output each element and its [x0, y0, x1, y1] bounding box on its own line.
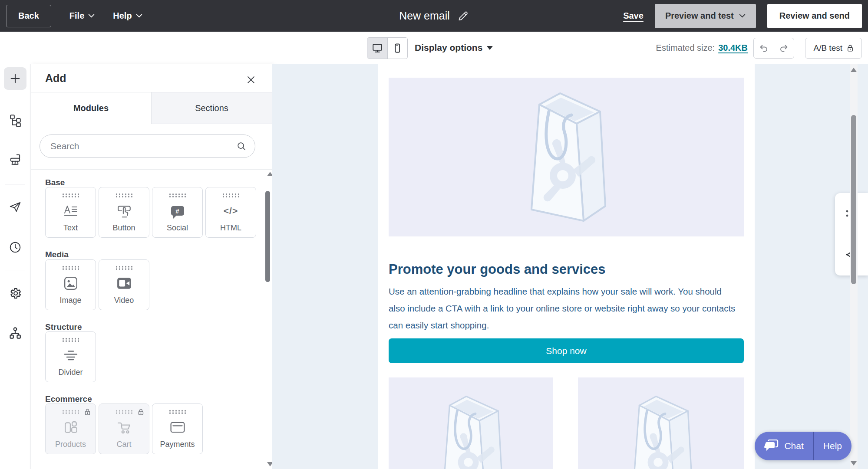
email-image-placeholder[interactable]	[389, 377, 553, 469]
chevron-down-icon	[739, 14, 746, 18]
module-tile-social[interactable]: # Social	[152, 187, 203, 238]
email-image-placeholder[interactable]	[578, 377, 744, 469]
file-menu[interactable]: File	[69, 11, 95, 21]
scroll-down-arrow[interactable]	[851, 461, 857, 466]
brush-icon	[9, 153, 22, 166]
design-button[interactable]	[4, 148, 26, 171]
module-tile-video[interactable]: Video	[99, 259, 149, 310]
module-tile-label: Cart	[99, 440, 149, 449]
module-search	[40, 134, 255, 158]
desktop-view-button[interactable]	[367, 38, 387, 59]
add-modules-button[interactable]	[4, 67, 26, 90]
plus-icon	[9, 72, 21, 85]
review-and-send-button[interactable]: Review and send	[767, 4, 862, 28]
back-button[interactable]: Back	[6, 5, 51, 27]
review-and-send-label: Review and send	[779, 11, 850, 21]
canvas-scrollbar	[850, 64, 858, 469]
clock-icon	[9, 241, 22, 254]
undo-icon	[759, 43, 769, 53]
contents-button[interactable]	[4, 109, 26, 131]
module-tile-label: Payments	[152, 440, 202, 449]
edit-pencil-icon[interactable]	[458, 10, 469, 22]
chat-label: Chat	[784, 441, 803, 451]
redo-icon	[779, 43, 789, 53]
left-icon-rail	[0, 64, 30, 469]
module-tile-html[interactable]: </> HTML	[205, 187, 256, 238]
scroll-up-arrow[interactable]	[851, 68, 857, 72]
drag-handle-icon	[168, 193, 187, 198]
email-editor-app: Back File Help New email Save Preview an…	[0, 0, 868, 469]
estimated-size-label: Estimated size:	[656, 43, 715, 53]
drag-handle-icon	[115, 193, 133, 198]
add-panel-tabs: Modules Sections	[31, 92, 272, 124]
drag-handle-icon	[168, 410, 187, 414]
group-label-ecommerce: Ecommerce	[45, 394, 92, 404]
search-icon	[237, 141, 246, 151]
search-input[interactable]	[50, 141, 237, 152]
ab-test-button[interactable]: A/B test	[805, 38, 862, 59]
undo-button[interactable]	[754, 38, 774, 58]
module-tile-button[interactable]: Button	[99, 187, 149, 238]
drag-handle-icon	[62, 193, 80, 198]
tab-modules[interactable]: Modules	[31, 92, 151, 124]
estimated-size-value[interactable]: 30.4KB	[718, 43, 748, 53]
module-tile-cart[interactable]: Cart	[99, 403, 149, 454]
redo-button[interactable]	[774, 38, 794, 58]
hash-badge: #	[175, 207, 179, 215]
social-icon: #	[171, 206, 184, 216]
send-test-button[interactable]	[4, 196, 26, 218]
add-panel: Add Modules Sections Base	[30, 64, 272, 469]
save-button[interactable]: Save	[623, 11, 644, 21]
email-heading[interactable]: Promote your goods and services	[389, 262, 744, 277]
module-tile-image[interactable]: Image	[45, 259, 96, 310]
automation-button[interactable]	[4, 322, 26, 344]
help-label: Help	[113, 11, 132, 21]
drag-handle-icon	[115, 266, 133, 270]
help-button[interactable]: Help	[814, 432, 851, 460]
drag-handle-icon	[62, 266, 80, 270]
drag-handle-icon	[222, 193, 240, 198]
tab-sections[interactable]: Sections	[151, 92, 272, 124]
ab-test-label: A/B test	[813, 43, 842, 53]
module-tile-text[interactable]: Text	[45, 187, 96, 238]
group-label-media: Media	[45, 250, 69, 259]
gear-icon	[9, 287, 22, 300]
panel-scrollbar-thumb[interactable]	[265, 191, 270, 282]
history-button[interactable]	[4, 236, 26, 259]
desktop-icon	[372, 43, 383, 54]
mobile-icon	[392, 43, 403, 54]
scrollbar-thumb[interactable]	[851, 115, 856, 284]
shopping-bag-illustration	[523, 84, 610, 227]
display-options-button[interactable]: Display options	[415, 32, 493, 64]
module-tile-payments[interactable]: Payments	[152, 403, 203, 454]
display-options-label: Display options	[415, 43, 482, 53]
email-image-placeholder[interactable]	[389, 78, 744, 236]
add-panel-title: Add	[45, 72, 66, 85]
products-icon	[63, 420, 78, 435]
module-tile-products[interactable]: Products	[45, 403, 96, 454]
preview-and-test-label: Preview and test	[665, 11, 734, 21]
lock-icon	[847, 44, 854, 52]
module-tile-divider[interactable]: Divider	[45, 331, 96, 382]
lock-icon	[84, 408, 91, 416]
chat-button[interactable]: Chat	[755, 432, 813, 460]
estimated-size: Estimated size: 30.4KB	[656, 32, 748, 64]
caret-down-icon	[487, 46, 493, 50]
shop-now-button[interactable]: Shop now	[389, 338, 744, 363]
support-widget: Chat Help	[755, 432, 851, 460]
email-title: New email	[399, 10, 450, 22]
undo-redo-group	[753, 38, 794, 59]
close-panel-button[interactable]	[245, 74, 257, 86]
close-icon	[246, 75, 256, 85]
workflow-icon	[9, 327, 22, 340]
drag-handle-icon	[62, 410, 80, 414]
email-canvas: Promote your goods and services Use an a…	[272, 64, 868, 469]
help-menu[interactable]: Help	[113, 11, 142, 21]
button-icon	[116, 203, 132, 219]
settings-button[interactable]	[4, 282, 26, 305]
group-label-base: Base	[45, 178, 65, 187]
shopping-bag-illustration	[436, 389, 506, 469]
email-body-text[interactable]: Use an attention-grabbing headline that …	[389, 283, 736, 334]
preview-and-test-button[interactable]: Preview and test	[655, 4, 756, 28]
mobile-view-button[interactable]	[387, 38, 408, 59]
